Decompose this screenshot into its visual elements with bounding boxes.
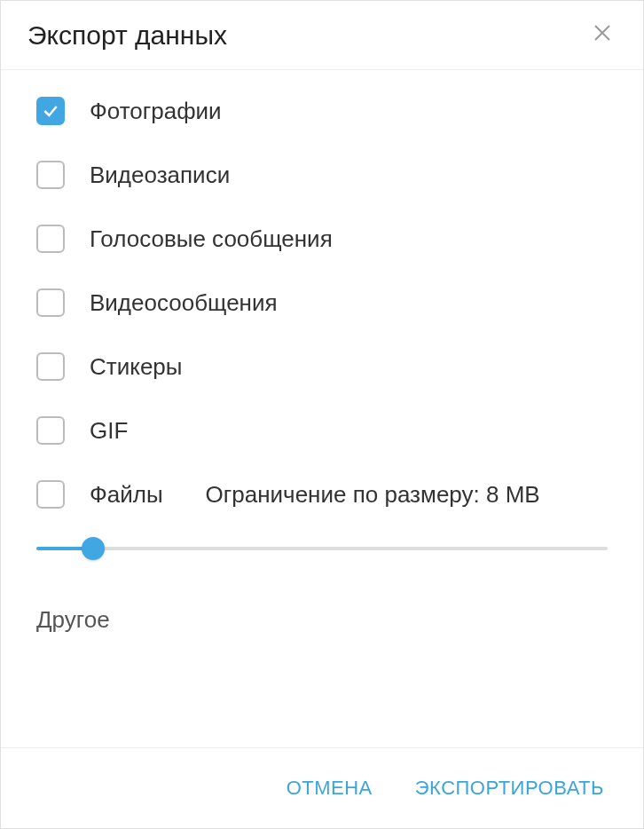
close-button[interactable]: [588, 19, 617, 51]
checkbox-videos[interactable]: [36, 161, 65, 189]
label-stickers: Стикеры: [90, 353, 608, 381]
checkbox-videomsg[interactable]: [36, 288, 65, 317]
dialog-footer: ОТМЕНА ЭКСПОРТИРОВАТЬ: [1, 747, 643, 828]
label-photos: Фотографии: [90, 98, 608, 125]
size-limit-label: Ограничение по размеру: 8 MB: [206, 481, 540, 509]
label-files: Файлы: [90, 481, 163, 509]
size-slider[interactable]: [36, 535, 608, 562]
option-videos[interactable]: Видеозаписи: [36, 161, 608, 189]
section-other: Другое: [36, 606, 608, 634]
check-icon: [42, 102, 59, 120]
slider-track: [36, 547, 608, 550]
checkbox-voice[interactable]: [36, 225, 65, 253]
option-files[interactable]: Файлы Ограничение по размеру: 8 MB: [36, 480, 608, 509]
dialog-header: Экспорт данных: [1, 1, 643, 70]
checkbox-stickers[interactable]: [36, 352, 65, 381]
slider-thumb[interactable]: [82, 537, 105, 560]
option-gif[interactable]: GIF: [36, 416, 608, 445]
option-voice[interactable]: Голосовые сообщения: [36, 225, 608, 253]
label-videos: Видеозаписи: [90, 162, 608, 189]
checkbox-photos[interactable]: [36, 97, 65, 125]
option-stickers[interactable]: Стикеры: [36, 352, 608, 381]
label-gif: GIF: [90, 417, 608, 445]
checkbox-files[interactable]: [36, 480, 65, 509]
label-voice: Голосовые сообщения: [90, 225, 608, 253]
close-icon: [592, 22, 613, 43]
cancel-button[interactable]: ОТМЕНА: [283, 771, 376, 805]
dialog-content[interactable]: Фотографии Видеозаписи Голосовые сообщен…: [1, 70, 643, 747]
dialog-title: Экспорт данных: [27, 20, 227, 51]
checkbox-gif[interactable]: [36, 416, 65, 445]
label-videomsg: Видеосообщения: [90, 289, 608, 317]
export-dialog: Экспорт данных Фотографии Видеозаписи Го…: [0, 0, 644, 829]
export-button[interactable]: ЭКСПОРТИРОВАТЬ: [412, 771, 608, 805]
option-photos[interactable]: Фотографии: [36, 97, 608, 125]
option-videomsg[interactable]: Видеосообщения: [36, 288, 608, 317]
